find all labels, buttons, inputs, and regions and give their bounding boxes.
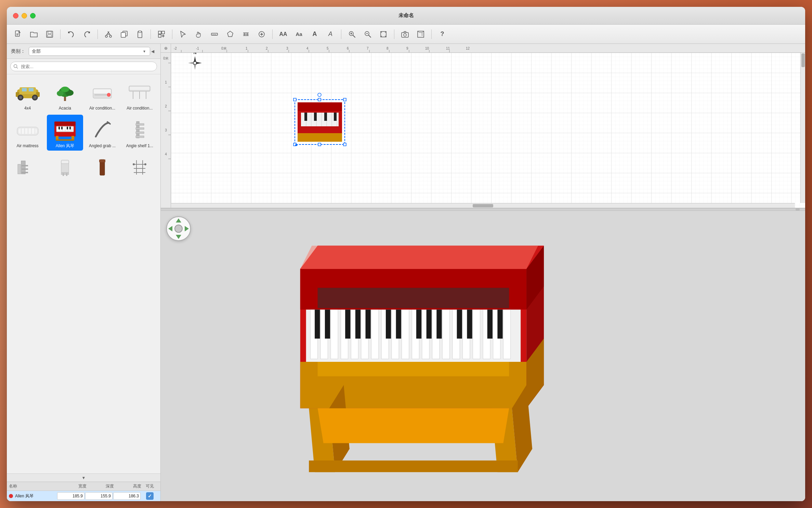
props-height-input[interactable] bbox=[113, 492, 141, 500]
svg-point-51 bbox=[19, 96, 22, 99]
props-name-field: Allen 风琴 bbox=[9, 493, 56, 499]
svg-text:N: N bbox=[194, 53, 197, 55]
view-3d[interactable] bbox=[161, 211, 805, 501]
item-icon-angle-shelf bbox=[126, 117, 154, 142]
polygon-button[interactable] bbox=[223, 28, 237, 41]
3d-view-button[interactable] bbox=[414, 28, 428, 41]
prop-col-width: 宽度 bbox=[59, 483, 87, 489]
svg-rect-79 bbox=[63, 127, 65, 131]
svg-rect-89 bbox=[56, 139, 74, 141]
zoom-in-button[interactable] bbox=[345, 28, 359, 41]
close-button[interactable] bbox=[13, 13, 18, 18]
item-icon-r2-2 bbox=[51, 155, 79, 179]
text-style-button[interactable]: A bbox=[323, 28, 338, 41]
undo-button[interactable] bbox=[64, 28, 78, 41]
ruler-vertical: 0米 1 2 3 4 bbox=[161, 53, 171, 208]
wall-button[interactable] bbox=[239, 28, 253, 41]
maximize-button[interactable] bbox=[30, 13, 36, 18]
grid-item-r2-1[interactable] bbox=[10, 152, 45, 183]
item-label-angled-grab: Angled grab ... bbox=[89, 143, 116, 149]
grid-item-allen-fengqin[interactable]: Allen 风琴 bbox=[47, 115, 83, 151]
view-2d[interactable]: ⊕ -2 -1 0米 1 2 bbox=[161, 44, 805, 208]
svg-text:4: 4 bbox=[306, 47, 309, 50]
canvas-2d[interactable]: N bbox=[171, 53, 805, 208]
svg-rect-216 bbox=[386, 309, 391, 339]
item-icon-angled-grab bbox=[88, 117, 116, 142]
svg-rect-14 bbox=[139, 31, 141, 33]
text-size-large-button[interactable]: AA bbox=[276, 28, 290, 41]
hand-button[interactable] bbox=[192, 28, 206, 41]
category-select[interactable]: 全部 bbox=[29, 47, 150, 56]
grid-item-air-conditioning-1[interactable]: Air condition... bbox=[84, 77, 120, 113]
multi-add-button[interactable] bbox=[254, 28, 269, 41]
select-button[interactable] bbox=[176, 28, 190, 41]
svg-point-113 bbox=[144, 163, 146, 165]
new-document-button[interactable] bbox=[11, 28, 25, 41]
props-depth-input[interactable] bbox=[85, 492, 113, 500]
nav-left-button[interactable] bbox=[168, 226, 172, 231]
nav-center-button[interactable] bbox=[174, 225, 183, 233]
item-label-air-mattress: Air mattress bbox=[17, 143, 39, 149]
grid-item-air-mattress[interactable]: Air mattress bbox=[10, 115, 45, 151]
svg-rect-179 bbox=[293, 98, 296, 101]
svg-rect-213 bbox=[345, 309, 350, 339]
grid-item-acacia[interactable]: Acacia bbox=[47, 77, 83, 113]
grid-item-air-conditioning-2[interactable]: Air condition... bbox=[122, 77, 158, 113]
main-window: 未命名 bbox=[7, 7, 805, 501]
save-file-button[interactable] bbox=[42, 28, 57, 41]
text-size-medium-button[interactable]: Aa bbox=[292, 28, 306, 41]
svg-rect-182 bbox=[343, 143, 346, 146]
grid-item-angle-shelf[interactable]: Angle shelf 1... bbox=[122, 115, 158, 151]
svg-rect-98 bbox=[21, 168, 28, 170]
view-splitter[interactable] bbox=[161, 208, 805, 211]
sep-1 bbox=[60, 29, 61, 39]
svg-rect-174 bbox=[324, 113, 327, 121]
scroll-down-icon: ▼ bbox=[82, 475, 86, 480]
item-icon-r2-3 bbox=[88, 155, 116, 179]
scroll-down-button[interactable]: ▼ bbox=[7, 473, 160, 482]
props-row: Allen 风琴 ✓ bbox=[7, 491, 160, 501]
scrollbar-vertical-2d[interactable] bbox=[800, 53, 805, 203]
svg-text:-1: -1 bbox=[196, 47, 199, 50]
cut-button[interactable] bbox=[101, 28, 116, 41]
minimize-button[interactable] bbox=[22, 13, 27, 18]
camera-button[interactable] bbox=[398, 28, 412, 41]
ruler-corner: ⊕ bbox=[161, 44, 171, 53]
nav-up-button[interactable] bbox=[176, 218, 181, 223]
sep-6 bbox=[341, 29, 341, 39]
props-width-input[interactable] bbox=[57, 492, 84, 500]
props-header: 名称 宽度 深度 高度 可见 bbox=[7, 482, 160, 491]
paste-button[interactable] bbox=[133, 28, 147, 41]
redo-button[interactable] bbox=[80, 28, 94, 41]
search-input[interactable] bbox=[10, 62, 157, 71]
svg-point-58 bbox=[61, 87, 69, 92]
props-visible-check[interactable]: ✓ bbox=[141, 492, 158, 500]
text-button[interactable]: A bbox=[307, 28, 322, 41]
measure-button[interactable] bbox=[207, 28, 222, 41]
nav-right-button[interactable] bbox=[185, 226, 189, 231]
svg-rect-212 bbox=[325, 309, 330, 339]
svg-text:10: 10 bbox=[425, 47, 429, 50]
category-label: 类别： bbox=[11, 48, 25, 54]
zoom-fit-button[interactable] bbox=[376, 28, 391, 41]
nav-down-button[interactable] bbox=[176, 235, 181, 239]
grid-item-r2-2[interactable] bbox=[47, 152, 83, 183]
grid-item-r2-4[interactable] bbox=[122, 152, 158, 183]
svg-rect-184 bbox=[318, 143, 321, 146]
nav-circle bbox=[166, 216, 191, 241]
zoom-out-button[interactable] bbox=[361, 28, 375, 41]
svg-rect-177 bbox=[298, 133, 342, 142]
grid-item-4x4[interactable]: 4x4 bbox=[10, 77, 45, 113]
svg-marker-237 bbox=[318, 362, 509, 376]
add-item-button[interactable] bbox=[154, 28, 169, 41]
item-label-4x4: 4x4 bbox=[24, 106, 31, 111]
svg-text:3: 3 bbox=[286, 47, 288, 50]
svg-rect-15 bbox=[158, 31, 161, 34]
grid-item-r2-3[interactable] bbox=[84, 152, 120, 183]
copy-button[interactable] bbox=[117, 28, 131, 41]
open-file-button[interactable] bbox=[27, 28, 41, 41]
help-button[interactable]: ? bbox=[435, 28, 449, 41]
scrollbar-horizontal[interactable] bbox=[171, 203, 795, 208]
svg-text:2: 2 bbox=[165, 104, 167, 108]
grid-item-angled-grab[interactable]: Angled grab ... bbox=[84, 115, 120, 151]
